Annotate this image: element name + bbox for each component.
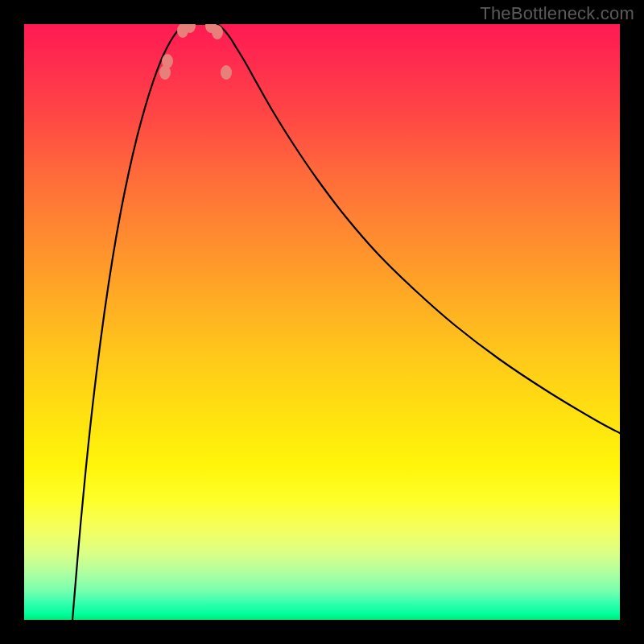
- valley-markers: [159, 24, 232, 80]
- watermark-text: TheBottleneck.com: [480, 3, 634, 24]
- bottleneck-curve: [72, 24, 620, 620]
- plot-area: [24, 24, 620, 620]
- marker-dot: [212, 25, 223, 39]
- marker-dot: [221, 65, 232, 80]
- chart-frame: TheBottleneck.com: [0, 0, 644, 644]
- curve-layer: [24, 24, 620, 620]
- marker-dot: [162, 54, 173, 68]
